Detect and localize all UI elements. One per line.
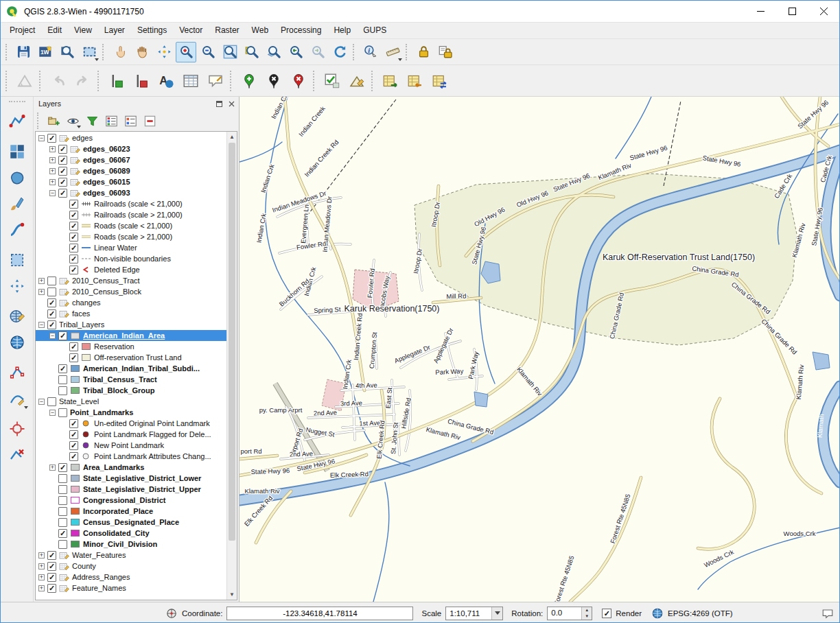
import-changes-icon[interactable] — [379, 69, 402, 93]
layer-checkbox[interactable]: ✓ — [58, 331, 67, 340]
layer-row[interactable]: Congressional_District — [36, 495, 226, 506]
layer-row[interactable]: ✓faces — [36, 308, 226, 319]
layer-checkbox[interactable]: ✓ — [58, 189, 67, 198]
layer-checkbox[interactable] — [58, 474, 67, 483]
layer-row[interactable]: −✓Tribal_Layers — [36, 319, 226, 330]
layer-row[interactable]: ✓Non-visible boundaries — [36, 253, 226, 264]
layer-row[interactable]: +2010_Census_Block — [36, 286, 226, 297]
layers-scrollbar[interactable]: ▲ ▼ — [226, 132, 237, 600]
chevron-down-icon[interactable] — [491, 607, 502, 620]
layer-row[interactable]: Incorporated_Place — [36, 506, 226, 517]
menu-project[interactable]: Project — [3, 23, 41, 38]
menu-web[interactable]: Web — [246, 23, 275, 38]
layer-row[interactable]: ✓Deleted Edge — [36, 264, 226, 275]
edit-flag-red-icon[interactable] — [130, 69, 153, 93]
add-group-icon[interactable] — [45, 112, 62, 130]
rotation-spinner[interactable]: 0.0 ▲▼ — [547, 607, 592, 620]
minimize-button[interactable] — [745, 1, 776, 22]
pan-map-icon[interactable] — [132, 42, 152, 62]
toolbar-grip[interactable] — [97, 71, 102, 91]
layer-checkbox[interactable]: ✓ — [47, 134, 56, 143]
layer-row[interactable]: ✓New Point Landmark — [36, 440, 226, 451]
toolbar-grip[interactable] — [5, 71, 10, 91]
move-feature-icon[interactable] — [5, 274, 29, 298]
layer-row[interactable]: ✓Point Landmark Attributes Chang... — [36, 451, 226, 462]
layer-row[interactable]: +✓Address_Ranges — [36, 572, 226, 583]
scroll-down-icon[interactable]: ▼ — [227, 589, 237, 600]
layer-row[interactable]: −✓edges — [36, 132, 226, 143]
layer-checkbox[interactable]: ✓ — [69, 200, 78, 209]
layer-row[interactable]: ✓American_Indian_Tribal_Subdi... — [36, 363, 226, 374]
tracking-icon[interactable] — [165, 607, 178, 620]
layer-checkbox[interactable]: ✓ — [47, 298, 56, 307]
toolbar-grip[interactable] — [39, 71, 44, 91]
select-area-icon[interactable] — [5, 248, 29, 272]
layer-checkbox[interactable]: ✓ — [69, 233, 78, 242]
edit-flag-green-icon[interactable] — [105, 69, 128, 93]
remove-layer-icon[interactable] — [141, 112, 159, 130]
layer-checkbox[interactable]: ✓ — [69, 222, 78, 231]
layer-checkbox[interactable] — [47, 397, 56, 406]
expand-icon[interactable]: + — [49, 465, 56, 471]
raster-select-icon[interactable] — [5, 140, 29, 163]
lock-scale-icon[interactable] — [413, 42, 434, 62]
map-composer-icon[interactable]: 1W — [35, 42, 56, 62]
layer-checkbox[interactable] — [58, 485, 67, 494]
layer-row[interactable]: Census_Designated_Place — [36, 517, 226, 528]
layer-checkbox[interactable]: ✓ — [58, 167, 67, 176]
layer-checkbox[interactable]: ✓ — [47, 309, 56, 318]
layer-checkbox[interactable] — [58, 518, 67, 527]
zoom-full-icon[interactable] — [220, 42, 240, 62]
toolbar-grip[interactable] — [9, 101, 25, 106]
layer-checkbox[interactable]: ✓ — [47, 320, 56, 329]
layer-row[interactable]: +✓Area_Landmarks — [36, 462, 226, 473]
layer-checkbox[interactable]: ✓ — [47, 562, 56, 571]
expand-icon[interactable]: + — [38, 585, 45, 591]
expand-icon[interactable]: + — [49, 146, 56, 152]
toolbar-grip[interactable] — [371, 71, 376, 91]
toolbar-grip[interactable] — [313, 71, 318, 91]
expand-icon[interactable]: + — [49, 179, 56, 185]
validate-geometry-icon[interactable] — [320, 69, 344, 93]
lock-layers-icon[interactable] — [435, 42, 456, 62]
close-button[interactable] — [808, 1, 839, 22]
menu-raster[interactable]: Raster — [209, 23, 245, 38]
zoom-in-icon[interactable] — [176, 42, 196, 62]
toolbar-grip[interactable] — [406, 44, 410, 60]
bend-tool-icon[interactable] — [5, 218, 29, 242]
layer-checkbox[interactable]: ✓ — [47, 573, 56, 582]
epsg-globe-icon[interactable] — [651, 607, 664, 620]
collapse-icon[interactable]: − — [38, 322, 45, 328]
layer-row[interactable]: +✓edges_06015 — [36, 176, 226, 187]
zoom-to-layer-icon[interactable] — [264, 42, 284, 62]
layer-row[interactable]: ✓Roads (scale > 21,000) — [36, 231, 226, 242]
layer-checkbox[interactable] — [58, 408, 67, 417]
toolbar-grip[interactable] — [37, 113, 42, 129]
save-icon[interactable] — [13, 42, 34, 62]
layer-row[interactable]: ✓Consolidated_City — [36, 528, 226, 539]
layer-checkbox[interactable]: ✓ — [58, 463, 67, 472]
expand-icon[interactable]: + — [38, 278, 45, 284]
globe-tool-icon[interactable] — [5, 331, 29, 354]
collapse-all-icon[interactable] — [121, 112, 139, 130]
expand-icon[interactable]: + — [49, 157, 56, 163]
expand-icon[interactable]: + — [38, 574, 45, 580]
layer-checkbox[interactable]: ✓ — [69, 430, 78, 439]
fill-polygon-icon[interactable] — [5, 166, 29, 189]
brush-tool-icon[interactable] — [5, 192, 29, 215]
layer-checkbox[interactable]: ✓ — [58, 156, 67, 165]
float-panel-icon[interactable] — [214, 99, 224, 108]
layer-checkbox[interactable]: ✓ — [58, 178, 67, 187]
layer-checkbox[interactable]: ✓ — [47, 551, 56, 560]
edit-globe-icon[interactable] — [5, 305, 29, 328]
label-tool-icon[interactable]: A — [154, 69, 178, 93]
layer-checkbox[interactable]: ✓ — [58, 529, 67, 538]
flag-point-landmark-icon[interactable] — [262, 69, 285, 93]
dropdown-arrow-icon[interactable] — [77, 126, 81, 128]
layer-row[interactable]: ✓Railroads (scale > 21,000) — [36, 209, 226, 220]
node-tool-icon[interactable] — [5, 361, 29, 384]
dropdown-arrow-icon[interactable] — [24, 406, 28, 409]
vertex-tool-icon[interactable] — [5, 387, 29, 410]
layer-row[interactable]: ✓Point Landmark Flagged for Dele... — [36, 429, 226, 440]
select-rectangle-icon[interactable] — [79, 42, 100, 62]
